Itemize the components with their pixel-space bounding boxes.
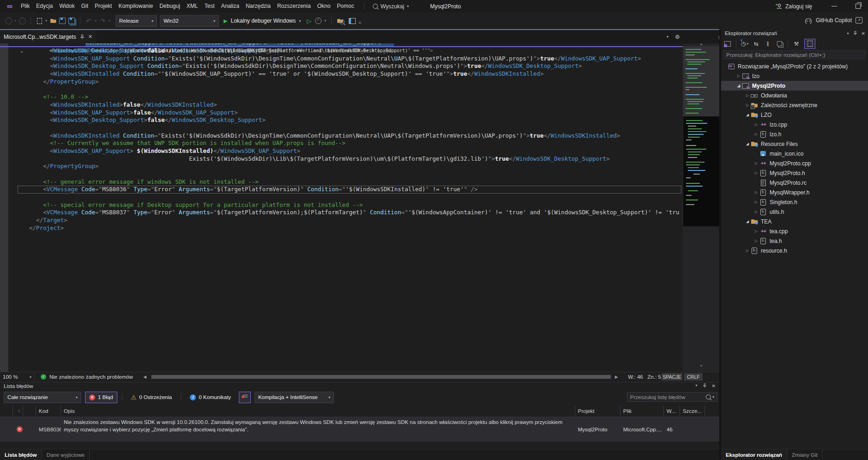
document-list-dropdown-icon[interactable]: ▾ bbox=[667, 35, 668, 39]
scroll-down-icon[interactable]: ▼ bbox=[683, 364, 719, 368]
chevron-down-icon[interactable]: ▾ bbox=[107, 16, 112, 26]
column-description[interactable]: Opis bbox=[61, 406, 575, 417]
tree-item[interactable]: ◢Mysql2Proto bbox=[721, 81, 868, 91]
save-all-button[interactable] bbox=[67, 16, 76, 26]
tree-item[interactable]: ▷Singleton.h bbox=[721, 197, 868, 207]
pending-changes-filter-button[interactable]: ◷T ▾ bbox=[741, 40, 748, 48]
new-project-button[interactable] bbox=[35, 16, 44, 26]
copilot-label[interactable]: GitHub Copilot bbox=[816, 17, 852, 24]
tree-item[interactable]: ▷tea.cpp bbox=[721, 226, 868, 236]
scope-dropdown[interactable]: Całe rozwiązanie▾ bbox=[4, 392, 81, 403]
tree-item[interactable]: ▷Odwołania bbox=[721, 91, 868, 100]
chevron-down-icon[interactable]: ▾ bbox=[323, 16, 328, 26]
tree-item[interactable]: ▷tea.h bbox=[721, 236, 868, 246]
undo-button[interactable]: ↶ bbox=[84, 16, 93, 26]
error-list-search-input[interactable]: Przeszukaj listę błędów ▾ bbox=[627, 392, 717, 402]
panel-tab[interactable]: Dane wyjściowe bbox=[42, 449, 90, 460]
tree-item[interactable]: ▷lzo.h bbox=[721, 129, 868, 139]
close-icon[interactable]: ✕ bbox=[712, 383, 716, 388]
messages-filter-button[interactable]: i 0 Komunikaty bbox=[186, 392, 235, 403]
restore-button[interactable] bbox=[856, 4, 861, 9]
line-ending-indicator[interactable]: CRLF bbox=[684, 373, 703, 381]
search-control[interactable]: Wyszukaj ▾ bbox=[373, 3, 409, 10]
menu-item[interactable]: Widok bbox=[56, 0, 78, 12]
open-file-button[interactable] bbox=[49, 16, 58, 26]
tree-item[interactable]: ◢TEA bbox=[721, 217, 868, 226]
column-line[interactable]: W... bbox=[664, 406, 680, 417]
minimap-scrollbar[interactable]: ▲ ▼ bbox=[683, 43, 719, 372]
scroll-left-icon[interactable]: ◀ bbox=[143, 372, 146, 381]
filter-button[interactable] bbox=[239, 392, 251, 403]
menu-item[interactable]: Analiza bbox=[218, 0, 243, 12]
menu-item[interactable]: Test bbox=[201, 0, 218, 12]
pin-icon[interactable] bbox=[703, 383, 707, 388]
menu-item[interactable]: Projekt bbox=[91, 0, 115, 12]
menu-item[interactable]: Rozszerzenia bbox=[274, 0, 314, 12]
errors-filter-button[interactable]: ✕ 1 Błąd bbox=[85, 392, 117, 403]
minimize-button[interactable] bbox=[832, 6, 837, 7]
profiler-button[interactable] bbox=[314, 16, 323, 26]
redo-button[interactable]: ↷ bbox=[98, 16, 107, 26]
column-blank[interactable] bbox=[0, 406, 13, 417]
zoom-dropdown[interactable]: 100 %▾ bbox=[0, 372, 35, 381]
tree-expander-icon[interactable]: ▷ bbox=[744, 93, 751, 97]
horizontal-scrollbar[interactable] bbox=[151, 375, 612, 379]
window-position-icon[interactable]: ▾ bbox=[847, 31, 849, 36]
find-in-files-button[interactable] bbox=[335, 16, 345, 26]
tree-expander-icon[interactable]: ▷ bbox=[753, 190, 759, 194]
tree-item[interactable]: ▷Zależności zewnętrzne bbox=[721, 100, 868, 110]
scroll-right-icon[interactable]: ▶ bbox=[615, 372, 618, 381]
show-all-files-button[interactable] bbox=[804, 39, 815, 49]
gear-icon[interactable]: ⚙ bbox=[675, 34, 680, 40]
column-details[interactable]: Szcze... bbox=[680, 406, 705, 417]
chevron-down-icon[interactable]: ▾ bbox=[93, 16, 98, 26]
window-layout-button[interactable] bbox=[347, 16, 357, 26]
panel-tab[interactable]: Eksplorator rozwiązań bbox=[721, 449, 787, 460]
open-external-icon[interactable]: ↗ bbox=[856, 17, 862, 24]
tree-expander-icon[interactable]: ◢ bbox=[744, 219, 751, 224]
configuration-dropdown[interactable]: Release▾ bbox=[115, 15, 157, 27]
tree-item[interactable]: ▷utils.h bbox=[721, 207, 868, 217]
collapse-all-button[interactable]: ∧∧ bbox=[764, 40, 771, 48]
tree-expander-icon[interactable]: ▷ bbox=[753, 161, 759, 165]
code-editor[interactable]: WindowsSDK_UAP_Support>false</WindowsSDK… bbox=[0, 43, 719, 372]
tree-expander-icon[interactable]: ▷ bbox=[753, 210, 759, 214]
tree-expander-icon[interactable]: ▷ bbox=[753, 239, 759, 243]
window-position-icon[interactable]: ▾ bbox=[696, 383, 698, 388]
tree-expander-icon[interactable]: ◢ bbox=[744, 113, 751, 117]
tree-expander-icon[interactable]: ▷ bbox=[753, 171, 759, 175]
menu-item[interactable]: Narzędzia bbox=[243, 0, 274, 12]
scrollbar-thumb[interactable] bbox=[152, 375, 611, 379]
menu-item[interactable]: Git bbox=[78, 0, 91, 12]
menu-item[interactable]: Edycja bbox=[33, 0, 56, 12]
toolbar-options-icon[interactable]: ≡ bbox=[358, 20, 361, 25]
column-indicator[interactable]: Zn.: 5 bbox=[648, 372, 661, 381]
pin-icon[interactable] bbox=[80, 35, 85, 39]
platform-dropdown[interactable]: Win32▾ bbox=[160, 15, 219, 27]
menu-item[interactable]: Okno bbox=[314, 0, 334, 12]
start-debug-button[interactable]: ▶ Lokalny debuger Windows ▾ bbox=[224, 18, 301, 24]
document-health-indicator[interactable]: ✓ Nie znaleziono żadnych problemów bbox=[41, 372, 133, 381]
tree-item[interactable]: ▷Izo bbox=[721, 71, 868, 81]
tree-item[interactable]: main_icon.ico bbox=[721, 149, 868, 158]
tree-item[interactable]: ◢LZO bbox=[721, 110, 868, 120]
switch-views-button[interactable] bbox=[724, 40, 731, 48]
sign-in-button[interactable]: Zaloguj się bbox=[776, 3, 812, 10]
properties-button[interactable]: ⚒ bbox=[793, 40, 800, 48]
navigate-back-button[interactable]: ← bbox=[4, 16, 13, 26]
tree-expander-icon[interactable]: ▷ bbox=[744, 248, 751, 253]
sync-with-active-document-button[interactable]: ⇆ bbox=[753, 40, 760, 48]
line-indicator[interactable]: W.: 46 bbox=[628, 372, 643, 381]
tree-item[interactable]: ▷resource.h bbox=[721, 246, 868, 255]
menu-item[interactable]: Plik bbox=[18, 0, 33, 12]
close-icon[interactable]: ✕ bbox=[88, 34, 92, 40]
tree-item[interactable]: ▷lzo.cpp bbox=[721, 120, 868, 129]
start-without-debug-button[interactable]: ▷ bbox=[304, 16, 314, 26]
column-severity[interactable]: ! bbox=[13, 406, 23, 417]
column-file[interactable]: Plik bbox=[620, 406, 664, 417]
tree-expander-icon[interactable]: ▷ bbox=[753, 200, 759, 204]
close-icon[interactable]: ✕ bbox=[862, 31, 865, 36]
tree-item[interactable]: Rozwiązanie „Mysql2Proto” (2 z 2 projekt… bbox=[721, 61, 868, 71]
menu-item[interactable]: Debuguj bbox=[156, 0, 183, 12]
chevron-down-icon[interactable]: ▾ bbox=[44, 16, 49, 26]
